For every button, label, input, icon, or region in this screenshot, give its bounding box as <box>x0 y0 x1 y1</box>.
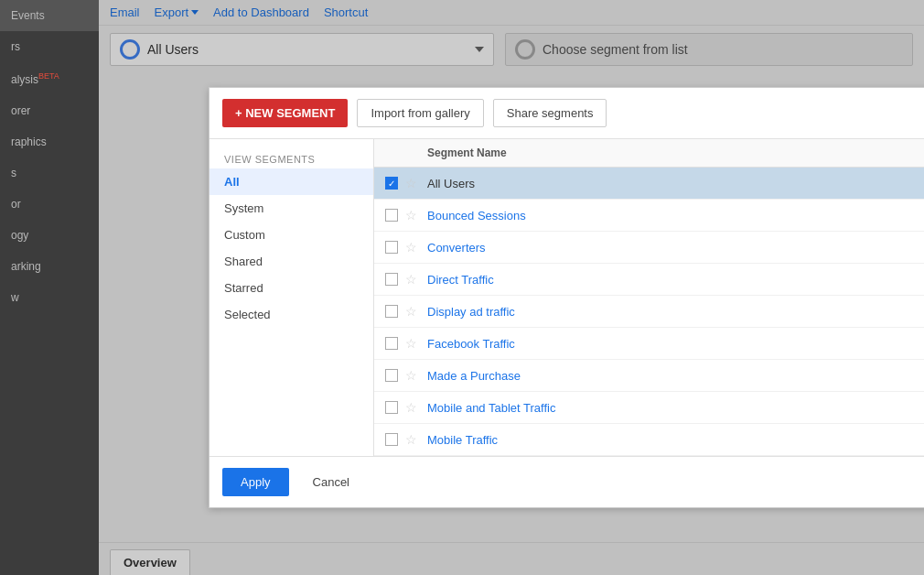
row-checkbox-bounced[interactable] <box>385 209 398 222</box>
row-created-display: Sep 10, 2016 <box>901 305 924 318</box>
col-header-created: Created <box>901 146 924 159</box>
row-name-mobile-tablet[interactable]: Mobile and Tablet Traffic <box>427 401 901 415</box>
table-header: Segment Name Created <box>374 139 924 168</box>
row-name-display[interactable]: Display ad traffic <box>427 305 901 319</box>
table-row: ☆ Display ad traffic Sep 10, 2016 <box>374 296 924 328</box>
star-icon-bounced[interactable]: ☆ <box>405 208 420 222</box>
row-name-facebook[interactable]: Facebook Traffic <box>427 337 901 351</box>
nav-header: VIEW SEGMENTS <box>210 146 373 168</box>
star-icon-direct[interactable]: ☆ <box>405 272 420 287</box>
import-gallery-button[interactable]: Import from gallery <box>357 99 483 127</box>
table-row: ☆ Facebook Traffic Sep 11, 2016 <box>374 328 924 360</box>
panel-top-bar: + NEW SEGMENT Import from gallery Share … <box>210 88 924 139</box>
table-row: ✓ ☆ All Users <box>374 168 924 200</box>
apply-button[interactable]: Apply <box>222 468 289 496</box>
star-icon-all-users[interactable]: ☆ <box>405 176 420 190</box>
row-checkbox-converters[interactable] <box>385 241 398 254</box>
new-segment-button[interactable]: + NEW SEGMENT <box>222 99 348 127</box>
nav-item-selected[interactable]: Selected <box>210 301 373 328</box>
table-row: ☆ Converters <box>374 232 924 264</box>
col-header-segment-name: Segment Name <box>427 146 901 159</box>
panel-footer: Apply Cancel <box>210 456 924 507</box>
nav-item-starred[interactable]: Starred <box>210 275 373 301</box>
row-checkbox-mobile[interactable] <box>385 433 398 446</box>
row-checkbox-purchase[interactable] <box>385 369 398 382</box>
table-row: ☆ Direct Traffic <box>374 264 924 296</box>
row-name-direct[interactable]: Direct Traffic <box>427 273 901 287</box>
main-content: Email Export Add to Dashboard Shortcut A… <box>99 0 924 575</box>
row-name-all-users: All Users <box>427 177 901 190</box>
row-created-facebook: Sep 11, 2016 <box>901 337 924 350</box>
row-name-purchase[interactable]: Made a Purchase <box>427 369 901 383</box>
star-icon-purchase[interactable]: ☆ <box>405 368 420 383</box>
sidebar-item-users[interactable]: rs <box>0 31 99 62</box>
row-name-mobile[interactable]: Mobile Traffic <box>427 433 901 447</box>
sidebar-item-or[interactable]: or <box>0 189 99 220</box>
sidebar-item-events[interactable]: Events <box>0 0 99 31</box>
share-segments-button[interactable]: Share segments <box>493 99 607 127</box>
panel-nav: VIEW SEGMENTS All System Custom Shared S… <box>210 139 374 456</box>
sidebar-item-w[interactable]: w <box>0 282 99 313</box>
panel-body: VIEW SEGMENTS All System Custom Shared S… <box>210 139 924 456</box>
star-icon-mobile-tablet[interactable]: ☆ <box>405 400 420 415</box>
nav-item-system[interactable]: System <box>210 195 373 222</box>
segment-dropdown-panel: + NEW SEGMENT Import from gallery Share … <box>209 87 924 508</box>
sidebar-item-arking[interactable]: arking <box>0 251 99 282</box>
cancel-button[interactable]: Cancel <box>298 468 364 496</box>
table-row: ☆ Bounced Sessions <box>374 200 924 232</box>
nav-item-custom[interactable]: Custom <box>210 222 373 248</box>
star-icon-mobile[interactable]: ☆ <box>405 432 420 447</box>
table-row: ☆ Mobile Traffic <box>374 424 924 456</box>
nav-item-shared[interactable]: Shared <box>210 248 373 275</box>
row-checkbox-mobile-tablet[interactable] <box>385 401 398 414</box>
row-checkbox-display[interactable] <box>385 305 398 318</box>
sidebar-item-analysis[interactable]: alysisBETA <box>0 62 99 95</box>
row-checkbox-facebook[interactable] <box>385 337 398 350</box>
sidebar: Events rs alysisBETA orer raphics s or o… <box>0 0 99 575</box>
sidebar-item-ogy[interactable]: ogy <box>0 220 99 251</box>
row-checkbox-direct[interactable] <box>385 273 398 286</box>
sidebar-item-raphics[interactable]: raphics <box>0 126 99 157</box>
sidebar-item-s[interactable]: s <box>0 157 99 189</box>
row-name-converters[interactable]: Converters <box>427 241 901 255</box>
row-checkbox-all-users[interactable]: ✓ <box>385 177 398 190</box>
sidebar-item-orer[interactable]: orer <box>0 95 99 126</box>
segments-table: Segment Name Created ✓ ☆ All Users ☆ Bou… <box>374 139 924 456</box>
star-icon-facebook[interactable]: ☆ <box>405 336 420 351</box>
table-row: ☆ Mobile and Tablet Traffic <box>374 392 924 424</box>
star-icon-converters[interactable]: ☆ <box>405 240 420 255</box>
star-icon-display[interactable]: ☆ <box>405 304 420 319</box>
table-row: ☆ Made a Purchase <box>374 360 924 392</box>
row-name-bounced[interactable]: Bounced Sessions <box>427 209 901 222</box>
nav-item-all[interactable]: All <box>210 168 373 195</box>
